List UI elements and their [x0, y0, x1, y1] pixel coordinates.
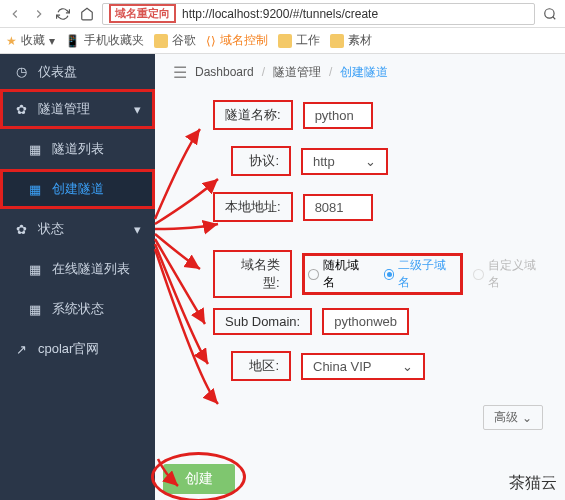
breadcrumb-dashboard[interactable]: Dashboard: [195, 65, 254, 79]
bookmark-label: 谷歌: [172, 32, 196, 49]
list-icon: ▦: [28, 262, 42, 277]
main-content: ☰ Dashboard / 隧道管理 / 创建隧道 隧道名称: python 协…: [155, 54, 565, 500]
radio-circle: [473, 269, 484, 280]
region-select[interactable]: China VIP ⌄: [301, 353, 425, 380]
advanced-button[interactable]: 高级 ⌄: [483, 405, 543, 430]
breadcrumb-tunnel-mgmt[interactable]: 隧道管理: [273, 64, 321, 81]
bookmark-domain-control[interactable]: ⟨⟩域名控制: [206, 32, 268, 49]
sidebar-item-system-status[interactable]: ▦ 系统状态: [0, 289, 155, 329]
protocol-select[interactable]: http ⌄: [301, 148, 388, 175]
protocol-value: http: [313, 154, 335, 169]
star-icon: ★: [6, 34, 17, 48]
url-bar[interactable]: 域名重定向 http://localhost:9200/#/tunnels/cr…: [102, 3, 535, 25]
url-text: http://localhost:9200/#/tunnels/create: [182, 7, 378, 21]
gear-icon: ✿: [14, 102, 28, 117]
bookmark-label: 素材: [348, 32, 372, 49]
protocol-label: 协议:: [231, 146, 291, 176]
folder-icon: [278, 34, 292, 48]
sidebar-item-cpolar-site[interactable]: ↗ cpolar官网: [0, 329, 155, 369]
svg-point-0: [545, 8, 554, 17]
chevron-down-icon: ⌄: [365, 154, 376, 169]
bookmark-google[interactable]: 谷歌: [154, 32, 196, 49]
local-addr-input[interactable]: 8081: [303, 194, 373, 221]
sidebar-label: 仪表盘: [38, 63, 77, 81]
bookmark-work[interactable]: 工作: [278, 32, 320, 49]
sidebar-item-tunnel-list[interactable]: ▦ 隧道列表: [0, 129, 155, 169]
domain-type-label: 域名类型:: [213, 250, 292, 298]
create-button[interactable]: 创建: [163, 464, 235, 494]
home-icon[interactable]: [78, 5, 96, 23]
bookmark-favorites[interactable]: ★收藏 ▾: [6, 32, 55, 49]
sidebar-label: cpolar官网: [38, 340, 99, 358]
sidebar-label: 隧道列表: [52, 140, 104, 158]
radio-label: 二级子域名: [398, 257, 457, 291]
breadcrumb: ☰ Dashboard / 隧道管理 / 创建隧道: [173, 54, 547, 90]
domain-type-radio-group: 随机域名 二级子域名: [302, 253, 464, 295]
subdomain-label: Sub Domain:: [213, 308, 312, 335]
sidebar: ◷ 仪表盘 ✿ 隧道管理 ▾ ▦ 隧道列表 ▦ 创建隧道 ✿ 状态 ▾ ▦ 在线…: [0, 54, 155, 500]
external-link-icon: ↗: [14, 342, 28, 357]
reload-icon[interactable]: [54, 5, 72, 23]
radio-label: 自定义域名: [488, 257, 547, 291]
back-icon[interactable]: [6, 5, 24, 23]
sidebar-label: 隧道管理: [38, 100, 90, 118]
tunnel-name-input[interactable]: python: [303, 102, 373, 129]
sidebar-label: 创建隧道: [52, 180, 104, 198]
bookmark-label: 手机收藏夹: [84, 32, 144, 49]
sidebar-label: 状态: [38, 220, 64, 238]
bookmark-mobile[interactable]: 📱手机收藏夹: [65, 32, 144, 49]
grid-icon: ▦: [28, 182, 42, 197]
breadcrumb-separator: /: [262, 65, 265, 79]
radio-secondary-domain[interactable]: 二级子域名: [384, 257, 458, 291]
menu-toggle-icon[interactable]: ☰: [173, 63, 187, 82]
chevron-down-icon: ▾: [134, 102, 141, 117]
sidebar-item-status[interactable]: ✿ 状态 ▾: [0, 209, 155, 249]
subdomain-input[interactable]: pythonweb: [322, 308, 409, 335]
advanced-label: 高级: [494, 409, 518, 426]
radio-circle: [308, 269, 319, 280]
list-icon: ▦: [28, 302, 42, 317]
bookmarks-bar: ★收藏 ▾ 📱手机收藏夹 谷歌 ⟨⟩域名控制 工作 素材: [0, 28, 565, 54]
list-icon: ▦: [28, 142, 42, 157]
forward-icon[interactable]: [30, 5, 48, 23]
bookmark-material[interactable]: 素材: [330, 32, 372, 49]
chevron-down-icon: ▾: [134, 222, 141, 237]
bookmark-label: 工作: [296, 32, 320, 49]
sidebar-label: 在线隧道列表: [52, 260, 130, 278]
bookmark-label: 收藏: [21, 32, 45, 49]
folder-icon: [154, 34, 168, 48]
url-prefix-badge: 域名重定向: [109, 4, 176, 23]
sidebar-label: 系统状态: [52, 300, 104, 318]
region-label: 地区:: [231, 351, 291, 381]
chevron-down-icon: ⌄: [522, 411, 532, 425]
sidebar-item-online-tunnel-list[interactable]: ▦ 在线隧道列表: [0, 249, 155, 289]
radio-circle-checked: [384, 269, 395, 280]
plus-icon: ✿: [14, 222, 28, 237]
radio-label: 随机域名: [323, 257, 370, 291]
bookmark-label: 域名控制: [220, 32, 268, 49]
breadcrumb-current: 创建隧道: [340, 64, 388, 81]
tunnel-create-form: 隧道名称: python 协议: http ⌄ 本地地址: 8081 域名类型:: [173, 100, 547, 381]
tunnel-name-label: 隧道名称:: [213, 100, 293, 130]
local-addr-label: 本地地址:: [213, 192, 293, 222]
radio-custom-domain[interactable]: 自定义域名: [473, 257, 547, 291]
sidebar-item-dashboard[interactable]: ◷ 仪表盘: [0, 54, 155, 89]
chevron-down-icon: ⌄: [402, 359, 413, 374]
breadcrumb-separator: /: [329, 65, 332, 79]
sidebar-item-create-tunnel[interactable]: ▦ 创建隧道: [0, 169, 155, 209]
watermark: 茶猫云: [509, 473, 557, 494]
search-icon[interactable]: [541, 5, 559, 23]
region-value: China VIP: [313, 359, 372, 374]
folder-icon: [330, 34, 344, 48]
sidebar-item-tunnel-mgmt[interactable]: ✿ 隧道管理 ▾: [0, 89, 155, 129]
gauge-icon: ◷: [14, 64, 28, 79]
radio-random-domain[interactable]: 随机域名: [308, 257, 370, 291]
